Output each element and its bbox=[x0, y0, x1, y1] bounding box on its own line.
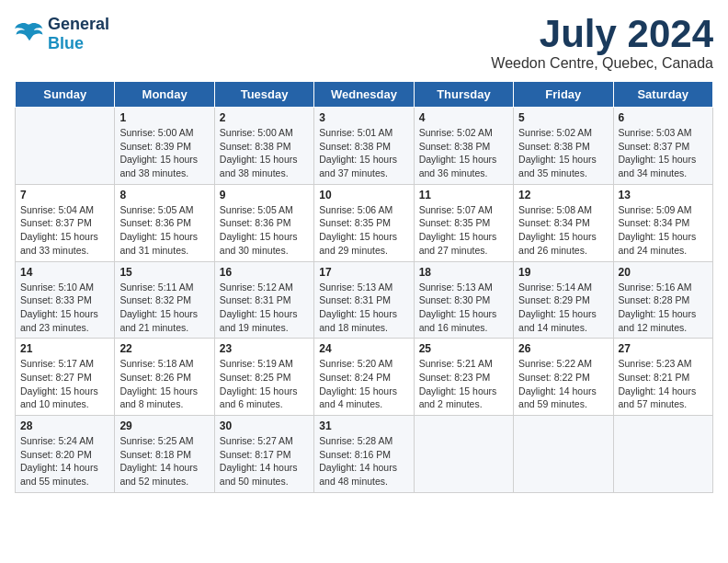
title-area: July 2024 Weedon Centre, Quebec, Canada bbox=[491, 15, 713, 72]
day-info: Sunrise: 5:14 AM Sunset: 8:29 PM Dayligh… bbox=[518, 281, 608, 335]
day-number: 22 bbox=[119, 342, 209, 355]
day-number: 1 bbox=[119, 111, 209, 124]
calendar-cell: 12Sunrise: 5:08 AM Sunset: 8:34 PM Dayli… bbox=[514, 184, 613, 261]
day-number: 28 bbox=[20, 419, 109, 432]
day-info: Sunrise: 5:00 AM Sunset: 8:38 PM Dayligh… bbox=[220, 126, 309, 180]
day-info: Sunrise: 5:16 AM Sunset: 8:28 PM Dayligh… bbox=[619, 281, 708, 335]
calendar-cell: 8Sunrise: 5:05 AM Sunset: 8:36 PM Daylig… bbox=[115, 184, 214, 261]
day-info: Sunrise: 5:23 AM Sunset: 8:21 PM Dayligh… bbox=[619, 357, 708, 411]
day-number: 19 bbox=[518, 266, 608, 279]
weekday-header: Saturday bbox=[613, 82, 712, 108]
day-info: Sunrise: 5:07 AM Sunset: 8:35 PM Dayligh… bbox=[419, 203, 508, 258]
calendar-cell bbox=[613, 416, 712, 493]
day-number: 23 bbox=[220, 342, 309, 355]
calendar-cell: 2Sunrise: 5:00 AM Sunset: 8:38 PM Daylig… bbox=[214, 108, 313, 185]
calendar-cell: 19Sunrise: 5:14 AM Sunset: 8:29 PM Dayli… bbox=[514, 261, 613, 339]
day-info: Sunrise: 5:20 AM Sunset: 8:24 PM Dayligh… bbox=[319, 357, 408, 411]
calendar-cell: 4Sunrise: 5:02 AM Sunset: 8:38 PM Daylig… bbox=[414, 108, 513, 185]
calendar-cell: 27Sunrise: 5:23 AM Sunset: 8:21 PM Dayli… bbox=[613, 339, 712, 416]
calendar-cell: 17Sunrise: 5:13 AM Sunset: 8:31 PM Dayli… bbox=[314, 261, 414, 339]
calendar-cell: 18Sunrise: 5:13 AM Sunset: 8:30 PM Dayli… bbox=[414, 261, 513, 339]
day-number: 25 bbox=[419, 342, 508, 355]
calendar-table: SundayMondayTuesdayWednesdayThursdayFrid… bbox=[15, 81, 713, 493]
day-info: Sunrise: 5:12 AM Sunset: 8:31 PM Dayligh… bbox=[220, 281, 309, 335]
day-info: Sunrise: 5:17 AM Sunset: 8:27 PM Dayligh… bbox=[20, 357, 109, 411]
logo-text: General Blue bbox=[48, 15, 109, 53]
calendar-week-row: 21Sunrise: 5:17 AM Sunset: 8:27 PM Dayli… bbox=[16, 339, 713, 416]
day-info: Sunrise: 5:13 AM Sunset: 8:30 PM Dayligh… bbox=[419, 281, 508, 335]
day-info: Sunrise: 5:03 AM Sunset: 8:37 PM Dayligh… bbox=[619, 126, 708, 180]
calendar-week-row: 7Sunrise: 5:04 AM Sunset: 8:37 PM Daylig… bbox=[16, 184, 713, 261]
day-number: 14 bbox=[20, 266, 109, 279]
day-info: Sunrise: 5:08 AM Sunset: 8:34 PM Dayligh… bbox=[518, 203, 608, 258]
day-info: Sunrise: 5:06 AM Sunset: 8:35 PM Dayligh… bbox=[319, 203, 408, 258]
logo-icon bbox=[15, 21, 44, 47]
calendar-cell: 28Sunrise: 5:24 AM Sunset: 8:20 PM Dayli… bbox=[16, 416, 115, 493]
day-number: 7 bbox=[20, 189, 109, 201]
day-number: 5 bbox=[518, 111, 608, 124]
calendar-cell: 21Sunrise: 5:17 AM Sunset: 8:27 PM Dayli… bbox=[16, 339, 115, 416]
calendar-cell: 23Sunrise: 5:19 AM Sunset: 8:25 PM Dayli… bbox=[214, 339, 313, 416]
day-info: Sunrise: 5:05 AM Sunset: 8:36 PM Dayligh… bbox=[220, 203, 309, 258]
calendar-cell bbox=[16, 108, 115, 185]
calendar-week-row: 28Sunrise: 5:24 AM Sunset: 8:20 PM Dayli… bbox=[16, 416, 713, 493]
day-info: Sunrise: 5:04 AM Sunset: 8:37 PM Dayligh… bbox=[20, 203, 109, 258]
day-info: Sunrise: 5:25 AM Sunset: 8:18 PM Dayligh… bbox=[119, 434, 209, 488]
calendar-cell: 3Sunrise: 5:01 AM Sunset: 8:38 PM Daylig… bbox=[314, 108, 414, 185]
day-number: 4 bbox=[419, 111, 508, 124]
day-number: 24 bbox=[319, 342, 408, 355]
day-info: Sunrise: 5:24 AM Sunset: 8:20 PM Dayligh… bbox=[20, 434, 109, 488]
day-number: 6 bbox=[619, 111, 708, 124]
day-number: 2 bbox=[220, 111, 309, 124]
weekday-row: SundayMondayTuesdayWednesdayThursdayFrid… bbox=[16, 82, 713, 108]
calendar-cell: 16Sunrise: 5:12 AM Sunset: 8:31 PM Dayli… bbox=[214, 261, 313, 339]
header: General Blue July 2024 Weedon Centre, Qu… bbox=[15, 15, 713, 72]
calendar-header: SundayMondayTuesdayWednesdayThursdayFrid… bbox=[16, 82, 713, 108]
day-info: Sunrise: 5:01 AM Sunset: 8:38 PM Dayligh… bbox=[319, 126, 408, 180]
day-info: Sunrise: 5:00 AM Sunset: 8:39 PM Dayligh… bbox=[119, 126, 209, 180]
calendar-cell bbox=[414, 416, 513, 493]
day-info: Sunrise: 5:22 AM Sunset: 8:22 PM Dayligh… bbox=[518, 357, 608, 411]
calendar-cell: 7Sunrise: 5:04 AM Sunset: 8:37 PM Daylig… bbox=[16, 184, 115, 261]
calendar-cell: 14Sunrise: 5:10 AM Sunset: 8:33 PM Dayli… bbox=[16, 261, 115, 339]
day-number: 10 bbox=[319, 189, 408, 201]
weekday-header: Friday bbox=[514, 82, 613, 108]
day-info: Sunrise: 5:10 AM Sunset: 8:33 PM Dayligh… bbox=[20, 281, 109, 335]
day-number: 26 bbox=[518, 342, 608, 355]
day-number: 15 bbox=[119, 266, 209, 279]
calendar-cell: 15Sunrise: 5:11 AM Sunset: 8:32 PM Dayli… bbox=[115, 261, 214, 339]
day-number: 17 bbox=[319, 266, 408, 279]
weekday-header: Wednesday bbox=[314, 82, 414, 108]
day-number: 16 bbox=[220, 266, 309, 279]
day-info: Sunrise: 5:21 AM Sunset: 8:23 PM Dayligh… bbox=[419, 357, 508, 411]
location-title: Weedon Centre, Quebec, Canada bbox=[491, 55, 713, 72]
calendar-cell: 26Sunrise: 5:22 AM Sunset: 8:22 PM Dayli… bbox=[514, 339, 613, 416]
calendar-cell: 22Sunrise: 5:18 AM Sunset: 8:26 PM Dayli… bbox=[115, 339, 214, 416]
day-number: 3 bbox=[319, 111, 408, 124]
calendar-cell: 1Sunrise: 5:00 AM Sunset: 8:39 PM Daylig… bbox=[115, 108, 214, 185]
calendar-cell: 24Sunrise: 5:20 AM Sunset: 8:24 PM Dayli… bbox=[314, 339, 414, 416]
day-info: Sunrise: 5:18 AM Sunset: 8:26 PM Dayligh… bbox=[119, 357, 209, 411]
day-number: 20 bbox=[619, 266, 708, 279]
calendar-cell: 13Sunrise: 5:09 AM Sunset: 8:34 PM Dayli… bbox=[613, 184, 712, 261]
day-info: Sunrise: 5:28 AM Sunset: 8:16 PM Dayligh… bbox=[319, 434, 408, 488]
weekday-header: Tuesday bbox=[214, 82, 313, 108]
day-info: Sunrise: 5:02 AM Sunset: 8:38 PM Dayligh… bbox=[518, 126, 608, 180]
calendar-cell: 11Sunrise: 5:07 AM Sunset: 8:35 PM Dayli… bbox=[414, 184, 513, 261]
calendar-cell: 5Sunrise: 5:02 AM Sunset: 8:38 PM Daylig… bbox=[514, 108, 613, 185]
day-number: 13 bbox=[619, 189, 708, 201]
day-number: 8 bbox=[119, 189, 209, 201]
day-number: 21 bbox=[20, 342, 109, 355]
calendar-cell: 29Sunrise: 5:25 AM Sunset: 8:18 PM Dayli… bbox=[115, 416, 214, 493]
calendar-cell: 25Sunrise: 5:21 AM Sunset: 8:23 PM Dayli… bbox=[414, 339, 513, 416]
month-title: July 2024 bbox=[491, 15, 713, 53]
calendar-week-row: 14Sunrise: 5:10 AM Sunset: 8:33 PM Dayli… bbox=[16, 261, 713, 339]
day-number: 12 bbox=[518, 189, 608, 201]
calendar-body: 1Sunrise: 5:00 AM Sunset: 8:39 PM Daylig… bbox=[16, 108, 713, 493]
day-number: 31 bbox=[319, 419, 408, 432]
day-number: 9 bbox=[220, 189, 309, 201]
weekday-header: Monday bbox=[115, 82, 214, 108]
calendar-cell bbox=[514, 416, 613, 493]
day-number: 18 bbox=[419, 266, 508, 279]
weekday-header: Sunday bbox=[16, 82, 115, 108]
